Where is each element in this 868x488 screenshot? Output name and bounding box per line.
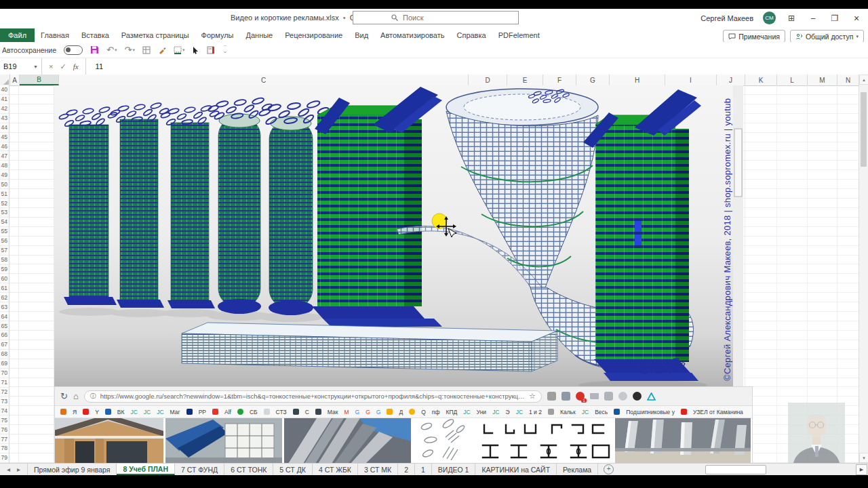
bookmark-item[interactable]: [105, 409, 111, 415]
row-header-57[interactable]: 57: [0, 246, 9, 256]
row-header-68[interactable]: 68: [0, 350, 9, 359]
row-header-45[interactable]: 45: [0, 133, 9, 142]
minimize-button[interactable]: –: [807, 14, 819, 23]
column-header-E[interactable]: E: [507, 75, 543, 85]
bookmark-item[interactable]: РР: [199, 409, 206, 415]
row-header-51[interactable]: 51: [0, 189, 9, 199]
row-header-56[interactable]: 56: [0, 237, 9, 246]
workbook-icon[interactable]: [207, 46, 215, 54]
row-header-66[interactable]: 66: [0, 331, 9, 340]
column-header-C[interactable]: C: [59, 75, 469, 85]
steel-studs-thumbnail[interactable]: [615, 418, 751, 464]
column-header-J[interactable]: J: [717, 75, 745, 85]
column-header-G[interactable]: G: [576, 75, 610, 85]
bookmark-item[interactable]: [186, 409, 193, 415]
vertical-scrollbar[interactable]: ▲ ▼: [859, 75, 868, 463]
column-header-D[interactable]: D: [469, 75, 507, 85]
row-header-46[interactable]: 46: [0, 142, 9, 152]
row-header-64[interactable]: 64: [0, 312, 9, 321]
bookmark-item[interactable]: [548, 409, 554, 415]
bookmark-item[interactable]: [293, 409, 299, 415]
bookmark-item[interactable]: 1 и 2: [529, 409, 542, 415]
row-header-71[interactable]: 71: [0, 378, 9, 388]
column-header-K[interactable]: K: [745, 75, 777, 85]
insert-function-icon[interactable]: fx: [73, 62, 79, 70]
row-header-58[interactable]: 58: [0, 256, 9, 265]
draw-border-icon[interactable]: ▾: [174, 46, 185, 54]
name-box[interactable]: B19 ▼: [0, 58, 42, 75]
bookmark-item[interactable]: JC: [130, 409, 137, 415]
row-header-47[interactable]: 47: [0, 151, 9, 161]
row-header-77[interactable]: 77: [0, 434, 9, 444]
redo-button[interactable]: ↷▾: [124, 45, 134, 55]
select-pointer-icon[interactable]: [192, 46, 199, 54]
ribbon-tab-справка[interactable]: Справка: [450, 28, 492, 42]
select-all-corner[interactable]: [0, 75, 10, 85]
sheet-tab-2[interactable]: 2: [398, 464, 415, 475]
bookmark-item[interactable]: [409, 409, 415, 415]
bookmark-item[interactable]: Д: [399, 409, 403, 415]
prev-sheet-icon[interactable]: ◂: [7, 466, 10, 473]
column-header-I[interactable]: I: [665, 75, 717, 85]
bookmark-item[interactable]: [681, 409, 687, 415]
bookmark-item[interactable]: JC: [463, 409, 470, 415]
ribbon-tab-file[interactable]: Файл: [0, 28, 35, 42]
embedded-browser-image[interactable]: ↻ ⌂ ⓘ https://www.google.ru/search?newwi…: [54, 386, 753, 463]
row-header-49[interactable]: 49: [0, 170, 9, 180]
sheet-tab-1[interactable]: 1: [415, 464, 432, 475]
bookmark-item[interactable]: ВК: [117, 409, 125, 415]
row-header-61[interactable]: 61: [0, 283, 9, 293]
row-header-75[interactable]: 75: [0, 415, 9, 425]
format-painter-icon[interactable]: [158, 46, 166, 54]
comments-button[interactable]: Примечания: [723, 30, 785, 43]
sheet-tab-4-СТ-ЖБК[interactable]: 4 СТ ЖБК: [313, 464, 358, 475]
row-header-62[interactable]: 62: [0, 293, 9, 302]
sheet-tab-КАРТИНКИ-на-САЙТ[interactable]: КАРТИНКИ на САЙТ: [475, 464, 557, 475]
bookmark-item[interactable]: С: [305, 409, 309, 415]
next-sheet-icon[interactable]: ▸: [17, 466, 20, 473]
ribbon-tab-автоматизировать[interactable]: Автоматизировать: [374, 28, 450, 42]
steel-frame-model-thumbnail[interactable]: [165, 418, 282, 464]
bookmark-item[interactable]: JC: [582, 409, 589, 415]
sheet-tab-Реклама[interactable]: Реклама: [557, 464, 598, 475]
bookmark-item[interactable]: Подшипниковые у: [626, 409, 675, 415]
row-header-40[interactable]: 40: [0, 85, 9, 95]
row-header-43[interactable]: 43: [0, 114, 9, 123]
undo-button[interactable]: ↶▾: [106, 45, 117, 55]
sheet-tab-3-СТ-МК[interactable]: 3 СТ МК: [358, 464, 398, 475]
row-header-44[interactable]: 44: [0, 123, 9, 133]
row-header-50[interactable]: 50: [0, 180, 9, 189]
bookmark-item[interactable]: JC: [492, 409, 499, 415]
ribbon-tab-разметка-страницы[interactable]: Разметка страницы: [115, 28, 195, 42]
bookmark-item[interactable]: M: [344, 409, 349, 415]
resize-table-icon[interactable]: [142, 46, 151, 54]
qat-customize-icon[interactable]: ‾⌄: [222, 47, 227, 53]
column-header-N[interactable]: N: [837, 75, 859, 85]
house-photo-thumbnail[interactable]: [55, 418, 163, 464]
cancel-icon[interactable]: ×: [49, 62, 53, 70]
bookmark-item[interactable]: СТЗ: [276, 409, 287, 415]
column-header-L[interactable]: L: [777, 75, 808, 85]
restore-button[interactable]: ❐: [829, 14, 841, 23]
row-header-70[interactable]: 70: [0, 369, 9, 378]
ribbon-tab-главная[interactable]: Главная: [35, 28, 75, 42]
enter-icon[interactable]: ✓: [60, 62, 66, 71]
avatar[interactable]: СМ: [763, 12, 776, 24]
sheet-tab-5-СТ-ДК[interactable]: 5 СТ ДК: [273, 464, 313, 475]
profile-drawings-thumbnail[interactable]: [476, 418, 613, 464]
save-button[interactable]: [90, 45, 99, 54]
bookmark-item[interactable]: JC: [157, 409, 163, 415]
sheet-tab-8-Учеб-ПЛАН[interactable]: 8 Учеб ПЛАН: [117, 464, 175, 475]
autosave-toggle[interactable]: [64, 45, 83, 55]
hscroll-thumb[interactable]: [705, 465, 766, 474]
bookmark-item[interactable]: Уни: [477, 409, 486, 415]
sheet-tab-ВИДЕО-1[interactable]: ВИДЕО 1: [432, 464, 476, 475]
row-header-53[interactable]: 53: [0, 208, 9, 218]
row-header-54[interactable]: 54: [0, 218, 9, 227]
scroll-right-icon[interactable]: ▶: [856, 464, 867, 475]
bookmark-item[interactable]: Мак: [328, 409, 338, 415]
bookmark-item[interactable]: Э: [506, 409, 510, 415]
row-header-41[interactable]: 41: [0, 95, 9, 104]
share-button[interactable]: Общий доступ ▾: [790, 30, 864, 43]
bookmark-item[interactable]: Q: [421, 409, 426, 415]
